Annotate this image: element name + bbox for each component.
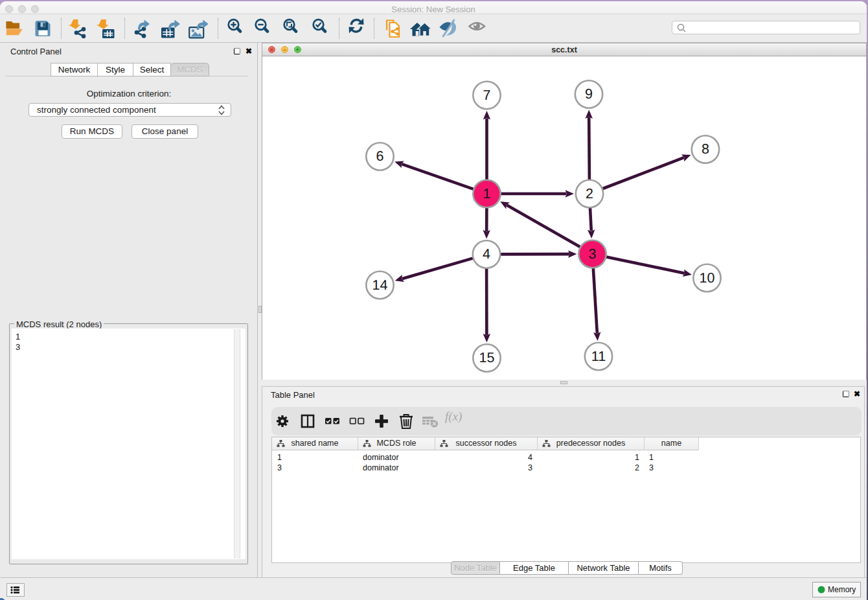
svg-text:7: 7 — [483, 87, 491, 103]
svg-text:15: 15 — [479, 350, 495, 365]
svg-text:2: 2 — [586, 186, 593, 202]
svg-text:4: 4 — [483, 246, 490, 262]
svg-text:9: 9 — [585, 86, 593, 102]
svg-text:14: 14 — [372, 277, 388, 293]
svg-text:10: 10 — [700, 270, 715, 286]
svg-text:8: 8 — [702, 141, 709, 157]
svg-text:1: 1 — [483, 186, 491, 202]
svg-text:6: 6 — [376, 148, 384, 164]
svg-text:3: 3 — [589, 246, 597, 262]
svg-text:11: 11 — [591, 349, 606, 364]
svg-text:Memory: Memory — [828, 585, 856, 594]
